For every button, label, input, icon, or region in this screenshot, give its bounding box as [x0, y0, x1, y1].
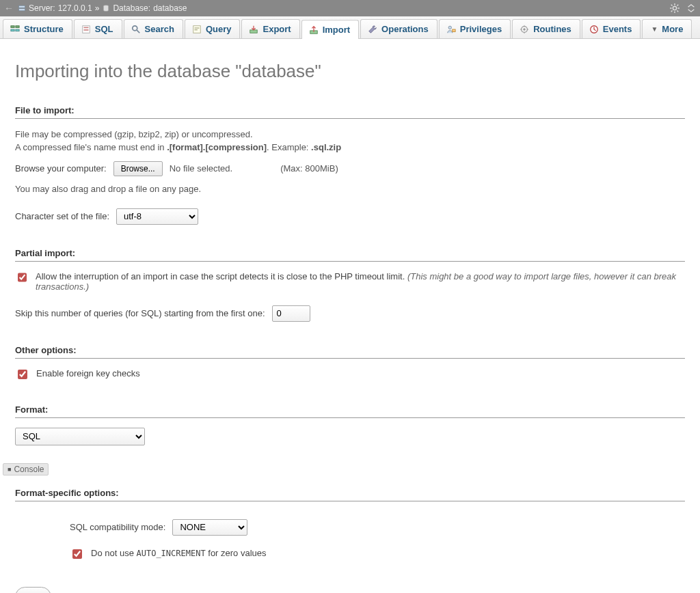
tab-label: Query	[206, 24, 232, 34]
tab-search[interactable]: Search	[124, 19, 183, 38]
no-file-selected: No file selected.	[170, 163, 233, 174]
svg-point-29	[523, 28, 526, 31]
tab-label: Export	[262, 24, 291, 34]
collapse-icon[interactable]	[686, 3, 696, 13]
server-value[interactable]: 127.0.0.1	[58, 3, 92, 13]
svg-line-8	[671, 5, 673, 6]
database-icon	[102, 4, 110, 12]
svg-line-20	[136, 29, 139, 32]
back-arrow-icon[interactable]: ←	[4, 3, 14, 14]
dragdrop-hint: You may also drag and drop a file on any…	[15, 183, 685, 196]
charset-label: Character set of the file:	[15, 211, 109, 221]
allow-interruption-label: Allow the interruption of an import in c…	[36, 271, 685, 292]
import-icon	[309, 25, 319, 35]
search-icon	[131, 25, 141, 34]
tab-import[interactable]: Import	[301, 20, 359, 39]
tab-sql[interactable]: SQL	[74, 19, 122, 38]
tab-label: More	[662, 24, 683, 34]
structure-icon	[10, 25, 20, 34]
svg-rect-23	[194, 29, 197, 30]
sql-compat-label: SQL compatibility mode:	[70, 522, 165, 532]
svg-rect-17	[83, 27, 88, 28]
file-import-heading: File to import:	[15, 105, 685, 115]
breadcrumb-sep: »	[95, 3, 100, 13]
svg-point-26	[448, 26, 451, 29]
divider	[15, 417, 685, 418]
console-toggle[interactable]: Console	[3, 463, 49, 475]
format-specific-heading: Format-specific options:	[15, 488, 685, 498]
text: .[format].[compression]	[167, 142, 267, 152]
browse-label: Browse your computer:	[15, 163, 107, 174]
tab-label: Privileges	[460, 24, 502, 34]
svg-line-11	[677, 5, 679, 6]
divider	[15, 118, 685, 119]
tab-structure[interactable]: Structure	[3, 19, 72, 38]
text: for zero values	[206, 548, 267, 558]
tab-label: Events	[603, 24, 632, 34]
svg-rect-22	[194, 27, 199, 28]
svg-line-9	[677, 11, 679, 12]
svg-point-3	[673, 6, 676, 10]
divider	[15, 501, 685, 501]
export-icon	[249, 25, 258, 34]
allow-interruption-checkbox[interactable]	[18, 273, 27, 282]
sql-compat-select[interactable]: NONE	[172, 519, 247, 536]
text: .sql.zip	[311, 142, 341, 152]
svg-rect-18	[83, 29, 88, 31]
divider	[15, 358, 685, 359]
other-options-heading: Other options:	[15, 345, 685, 355]
max-size: (Max: 800MiB)	[280, 163, 338, 174]
page-content: Importing into the database "database" F…	[0, 39, 700, 593]
go-button[interactable]: Go	[15, 587, 51, 593]
format-select[interactable]: SQL	[15, 428, 145, 445]
svg-rect-0	[19, 5, 25, 8]
tab-bar: Structure SQL Search Query Export Import…	[0, 16, 700, 39]
file-help-line1: File may be compressed (gzip, bzip2, zip…	[15, 128, 685, 141]
tab-privileges[interactable]: Privileges	[439, 19, 511, 38]
svg-rect-12	[11, 25, 14, 27]
database-label: Database:	[113, 3, 150, 13]
code: AUTO_INCREMENT	[137, 549, 206, 558]
tab-label: Routines	[533, 24, 571, 34]
svg-rect-1	[19, 9, 25, 11]
auto-increment-label: Do not use AUTO_INCREMENT for zero value…	[91, 548, 267, 558]
auto-increment-checkbox[interactable]	[72, 549, 82, 559]
breadcrumb-bar: ← Server: 127.0.0.1 » Database: database	[0, 0, 700, 16]
svg-line-10	[671, 11, 673, 12]
tab-routines[interactable]: Routines	[512, 19, 580, 38]
svg-rect-15	[16, 29, 19, 31]
page-title: Importing into the database "database"	[15, 61, 685, 82]
format-heading: Format:	[15, 404, 685, 415]
tab-query[interactable]: Query	[185, 19, 241, 38]
tab-more[interactable]: ▼ More	[642, 19, 692, 38]
tab-events[interactable]: Events	[582, 19, 641, 38]
server-label: Server:	[29, 3, 55, 13]
chevron-down-icon: ▼	[651, 25, 658, 33]
svg-rect-27	[452, 29, 455, 32]
foreign-key-label: Enable foreign key checks	[36, 368, 140, 378]
svg-point-19	[132, 25, 137, 30]
svg-rect-13	[16, 25, 19, 27]
partial-import-heading: Partial import:	[15, 248, 685, 258]
query-icon	[192, 25, 202, 34]
file-help-line2: A compressed file's name must end in .[f…	[15, 141, 685, 154]
charset-select[interactable]: utf-8	[116, 208, 198, 225]
text: Allow the interruption of an import in c…	[36, 271, 405, 281]
tab-export[interactable]: Export	[241, 19, 299, 38]
browse-button[interactable]: Browse...	[113, 161, 163, 176]
text: Do not use	[91, 548, 137, 558]
console-label: Console	[14, 465, 44, 474]
gear-icon[interactable]	[670, 3, 679, 13]
skip-queries-label: Skip this number of queries (for SQL) st…	[15, 308, 265, 318]
events-icon	[589, 25, 599, 34]
tab-label: Search	[145, 24, 174, 34]
tab-operations[interactable]: Operations	[360, 19, 438, 38]
tab-label: Operations	[381, 24, 429, 34]
foreign-key-checkbox[interactable]	[18, 370, 27, 379]
server-icon	[18, 4, 26, 12]
wrench-icon	[368, 25, 377, 34]
database-value[interactable]: database	[153, 3, 187, 13]
skip-queries-input[interactable]	[272, 305, 310, 322]
text: A compressed file's name must end in	[15, 142, 167, 152]
privileges-icon	[446, 25, 456, 34]
